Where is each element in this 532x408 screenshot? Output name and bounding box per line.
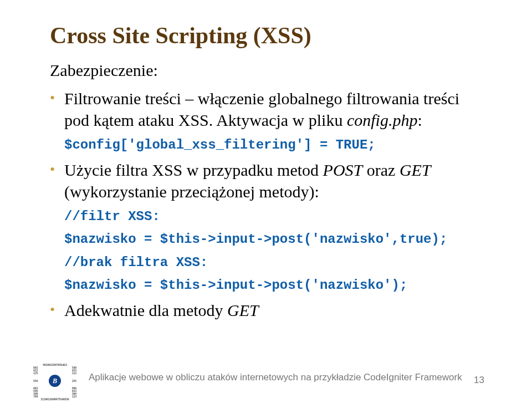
bc-l4: 550 [33, 380, 38, 382]
footer-text: Aplikacje webowe w obliczu ataków intern… [89, 372, 483, 383]
code-line-2d: $nazwisko = $this->input->post('nazwisko… [64, 277, 482, 294]
bullet1-italic: config.php [347, 111, 418, 129]
code-line-2a: //filtr XSS: [64, 208, 482, 225]
code-line-2c: //brak filtra XSS: [64, 254, 482, 271]
bullet2-italic2: GET [400, 161, 431, 179]
bullet-item-2: Użycie filtra XSS w przypadku metod POST… [50, 159, 482, 202]
logo-letter: B [53, 377, 57, 385]
subtitle: Zabezpieczenie: [50, 61, 482, 80]
bullet1-suffix: : [417, 111, 422, 129]
bullet-list: Filtrowanie treści – włączenie globalneg… [50, 88, 482, 321]
footer: 9020012987692463 802588 022023 125212 55… [0, 364, 532, 391]
barcode-logo: 9020012987692463 802588 022023 125212 55… [33, 364, 76, 391]
page-title: Cross Site Scripting (XSS) [50, 22, 482, 49]
bc-r4: 255 [72, 380, 76, 382]
bullet2-text1: Użycie filtra XSS w przypadku metod [64, 161, 323, 179]
bullet-item-1: Filtrowanie treści – włączenie globalneg… [50, 88, 482, 131]
bullet2-italic1: POST [323, 161, 363, 179]
logo-circle: B [49, 375, 61, 387]
bullet2-mid: oraz [362, 161, 400, 179]
page-number: 13 [474, 375, 484, 386]
bullet3-text: Adekwatnie dla metody [64, 301, 227, 319]
code-line-2b: $nazwisko = $this->input->post('nazwisko… [64, 231, 482, 248]
slide: Cross Site Scripting (XSS) Zabezpieczeni… [0, 0, 532, 408]
bullet3-italic: GET [227, 301, 259, 319]
bullet2-suffix: (wykorzystanie przeciążonej metody): [64, 182, 319, 201]
barcode-bottom: 2120012688975540256 [33, 398, 76, 401]
code-line-1: $config['global_xss_filtering'] = TRUE; [64, 136, 482, 154]
bullet-item-3: Adekwatnie dla metody GET [50, 299, 482, 321]
